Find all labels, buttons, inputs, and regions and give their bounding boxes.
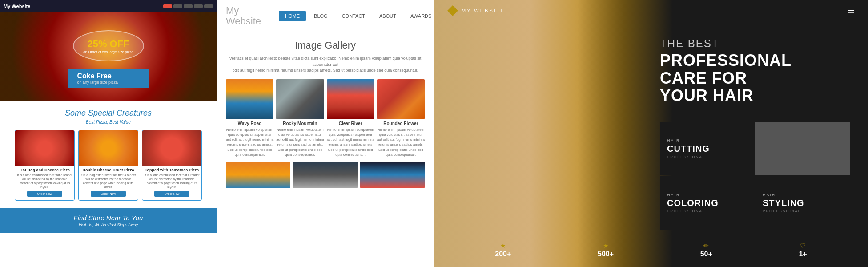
p2-nav-home[interactable]: HOME — [279, 11, 306, 21]
p1-card-3-desc: It is a long established fact that a rea… — [144, 173, 200, 189]
p1-header: My Website — [0, 0, 217, 12]
p3-header: MY WEBSITE ☰ — [434, 0, 868, 21]
p3-tagline-carefor: CARE FOR — [660, 69, 850, 87]
p2-img-desc-3: Nemo enim ipsam voluptatem quia voluptas… — [327, 127, 374, 157]
p3-tagline-bold1: PROFESSIONAL CARE FOR YOUR HAIR — [660, 52, 850, 105]
p1-hero: 25% OFF on Order of two large size pizza… — [0, 12, 217, 101]
p3-photo-1 — [755, 122, 850, 175]
p1-nav-dot-1[interactable] — [163, 4, 172, 8]
p1-coke-title: Coke Free — [77, 72, 140, 80]
p1-nav — [163, 4, 213, 8]
p3-hero-content: THE BEST PROFESSIONAL CARE FOR YOUR HAIR… — [651, 0, 868, 267]
p1-special-sub: Best Pizza, Best Value — [7, 120, 209, 125]
p1-nav-dot-3[interactable] — [184, 4, 193, 8]
p3-hero-photo-overlay — [434, 0, 673, 267]
p3-logo: MY WEBSITE — [447, 5, 506, 16]
p3-stats-bar: ★ 200+ ★ 500+ ✏ 50+ ♡ 1+ — [434, 242, 868, 258]
p1-card-3-btn[interactable]: Order Now — [154, 191, 190, 197]
p2-header: MyWebsite HOME BLOG CONTACT ABOUT AWARDS — [217, 0, 434, 32]
p3-stat-3: ✏ 50+ — [700, 242, 712, 258]
p3-divider — [660, 111, 678, 111]
p3-styling-label: HAIR — [763, 193, 843, 197]
p3-service-styling: HAIR STYLING PROFESSIONAL — [755, 176, 850, 230]
p3-stat-icon-2: ★ — [598, 242, 614, 249]
p2-img-cell-4: Rounded Flower Nemo enim ipsam voluptate… — [377, 79, 425, 157]
p1-card-1: Hot Dog and Cheese Pizza It is a long es… — [15, 130, 75, 201]
p1-nav-dot-2[interactable] — [173, 4, 182, 8]
p2-image-3 — [327, 79, 374, 119]
p1-card-2-btn[interactable]: Order Now — [91, 191, 126, 197]
p3-stat-icon-1: ★ — [495, 242, 511, 249]
p1-promo-text: on Order of two large size pizza — [83, 50, 133, 54]
p3-cutting-title: CUTTING — [667, 144, 747, 154]
p2-image-7 — [360, 162, 425, 188]
p3-stat-2: ★ 500+ — [598, 242, 614, 258]
p1-card-3-title: Topped with Tomatoes Pizza — [144, 168, 200, 172]
p2-nav: HOME BLOG CONTACT ABOUT AWARDS — [279, 11, 434, 21]
p2-nav-awards[interactable]: AWARDS — [404, 11, 434, 21]
p2-nav-blog[interactable]: BLOG — [308, 11, 334, 21]
p2-image-5 — [226, 162, 290, 188]
panel3-hair-salon: MY WEBSITE ☰ THE BEST PROFESSIONAL CARE … — [434, 0, 868, 267]
p1-footer-sub: Visit Us, We Are Just Steps Away — [6, 222, 210, 227]
p1-nav-dot-5[interactable] — [204, 4, 213, 8]
p2-gallery-title: Image Gallery — [226, 40, 425, 51]
p3-hero: THE BEST PROFESSIONAL CARE FOR YOUR HAIR… — [434, 0, 868, 267]
p2-img-desc-2: Nemo enim ipsam voluptatem quia voluptas… — [276, 127, 324, 157]
p2-image-4 — [377, 79, 425, 119]
p2-nav-about[interactable]: ABOUT — [373, 11, 402, 21]
p1-special-title: Some Special Creatures — [7, 109, 209, 118]
p1-footer-title: Find Store Near To You — [6, 214, 210, 222]
p3-cutting-sub: PROFESSIONAL — [667, 155, 747, 159]
panel2-gallery-website: MyWebsite HOME BLOG CONTACT ABOUT AWARDS… — [217, 0, 434, 267]
p1-footer: Find Store Near To You Visit Us, We Are … — [0, 208, 217, 233]
p3-stat-icon-3: ✏ — [700, 242, 712, 249]
p1-card-2-desc: It is a long established fact that a rea… — [80, 173, 136, 189]
p2-image-6 — [293, 162, 358, 188]
p2-img-label-2: Rocky Mountain — [276, 121, 324, 126]
p1-card-2-title: Double Cheese Crust Pizza — [80, 168, 136, 172]
p2-logo: MyWebsite — [226, 5, 261, 27]
p3-coloring-label: HAIR — [667, 193, 747, 197]
p1-card-1-title: Hot Dog and Cheese Pizza — [17, 168, 72, 172]
p3-tagline-yourhair: YOUR HAIR — [660, 87, 850, 105]
p1-cards-container: Hot Dog and Cheese Pizza It is a long es… — [7, 130, 209, 201]
p3-logo-text: MY WEBSITE — [462, 8, 506, 13]
p2-image-1 — [226, 79, 273, 119]
p1-coke-sub: on any large size pizza — [77, 80, 140, 85]
p1-promo-percent: 25% OFF — [87, 38, 129, 50]
p3-styling-title: STYLING — [763, 198, 843, 208]
p2-img-label-1: Wavy Road — [226, 121, 273, 126]
p1-card-2-image — [79, 130, 138, 166]
p3-cutting-label: HAIR — [667, 138, 747, 143]
p3-menu-icon[interactable]: ☰ — [848, 6, 855, 16]
p1-card-1-desc: It is a long established fact that a rea… — [17, 173, 72, 189]
p3-styling-sub: PROFESSIONAL — [763, 209, 843, 213]
p3-tagline-professional: PROFESSIONAL — [660, 52, 850, 69]
p2-img-label-3: Clear River — [327, 121, 374, 126]
p1-nav-dot-4[interactable] — [194, 4, 203, 8]
p1-promo-oval: 25% OFF on Order of two large size pizza — [73, 30, 144, 61]
p3-service-cutting: HAIR CUTTING PROFESSIONAL — [660, 122, 755, 175]
p1-card-1-btn[interactable]: Order Now — [27, 191, 63, 197]
p1-coke-banner: Coke Free on any large size pizza — [68, 69, 149, 88]
p3-stat-num-3: 50+ — [700, 250, 712, 258]
p1-card-2: Double Cheese Crust Pizza It is a long e… — [78, 130, 138, 201]
p3-logo-icon — [447, 5, 458, 16]
p3-coloring-title: COLORING — [667, 198, 747, 208]
p2-img-cell-2: Rocky Mountain Nemo enim ipsam voluptate… — [276, 79, 324, 157]
p1-card-3-image — [142, 130, 201, 166]
p2-image-2 — [276, 79, 324, 119]
p3-coloring-sub: PROFESSIONAL — [667, 209, 747, 213]
p2-nav-contact[interactable]: CONTACT — [336, 11, 371, 21]
p3-stat-4: ♡ 1+ — [799, 242, 807, 258]
p3-stat-num-1: 200+ — [495, 250, 511, 258]
p3-stat-num-2: 500+ — [598, 250, 614, 258]
p2-img-label-4: Rounded Flower — [377, 121, 425, 126]
p2-img-desc-1: Nemo enim ipsam voluptatem quia voluptas… — [226, 127, 273, 157]
p2-img-desc-4: Nemo enim ipsam voluptatem quia voluptas… — [377, 127, 425, 157]
p2-images-row2 — [226, 162, 425, 188]
p3-tagline-light: THE BEST — [660, 37, 850, 50]
p2-content: Image Gallery Veritatis et quasi archite… — [217, 32, 434, 195]
panel1-pizza-website: My Website 25% OFF on Order of two large… — [0, 0, 217, 267]
